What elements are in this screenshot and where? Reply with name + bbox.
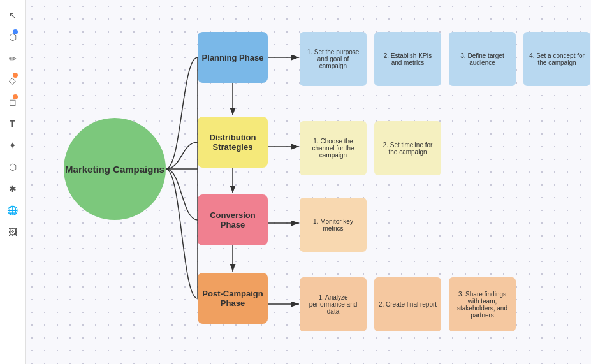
dot-blue [13, 29, 18, 34]
postcampaign-card-2[interactable]: 2. Create final report [374, 277, 441, 331]
planning-card-4[interactable]: 4. Set a concept for the campaign [523, 32, 590, 86]
conversion-card-1-label: 1. Monitor key metrics [303, 218, 363, 232]
distribution-card-1-label: 1. Choose the channel for the campaign [303, 138, 363, 159]
planning-card-2-label: 2. Establish KPIs and metrics [378, 52, 437, 66]
distribution-card-2[interactable]: 2. Set timeline for the campaign [374, 121, 441, 175]
phase-postcampaign[interactable]: Post-Campaign Phase [198, 273, 268, 324]
phase-distribution-label: Distribution Strategies [198, 133, 268, 152]
postcampaign-card-3[interactable]: 3. Share findings with team, stakeholder… [449, 277, 516, 331]
phase-postcampaign-label: Post-Campaign Phase [198, 289, 268, 308]
dot-orange-1 [13, 73, 18, 78]
globe-icon[interactable]: 🌐 [4, 201, 22, 219]
phase-planning[interactable]: Planning Phase [198, 32, 268, 83]
phase-distribution[interactable]: Distribution Strategies [198, 117, 268, 168]
network-icon[interactable]: ⬡ [4, 158, 22, 176]
postcampaign-card-1[interactable]: 1. Analyze performance and data [300, 277, 367, 331]
distribution-card-1[interactable]: 1. Choose the channel for the campaign [300, 121, 367, 175]
planning-card-1[interactable]: 1. Set the purpose and goal of campaign [300, 32, 367, 86]
pen-icon[interactable]: ✏ [4, 50, 22, 68]
postcampaign-card-2-label: 2. Create final report [379, 301, 437, 308]
image-icon[interactable]: 🖼 [4, 223, 22, 241]
phase-conversion[interactable]: Conversion Phase [198, 194, 268, 245]
star-icon[interactable]: ✦ [4, 136, 22, 154]
postcampaign-card-3-label: 3. Share findings with team, stakeholder… [453, 291, 512, 319]
planning-card-1-label: 1. Set the purpose and goal of campaign [303, 48, 363, 69]
distribution-card-2-label: 2. Set timeline for the campaign [378, 142, 437, 156]
center-node-label: Marketing Campaigns [65, 164, 164, 175]
planning-card-4-label: 4. Set a concept for the campaign [527, 52, 587, 66]
settings-icon[interactable]: ✱ [4, 180, 22, 198]
cursor-icon[interactable]: ↖ [4, 6, 22, 24]
phase-planning-label: Planning Phase [202, 53, 264, 62]
postcampaign-card-1-label: 1. Analyze performance and data [303, 294, 363, 315]
planning-card-2[interactable]: 2. Establish KPIs and metrics [374, 32, 441, 86]
phase-conversion-label: Conversion Phase [198, 210, 268, 229]
center-node: Marketing Campaigns [64, 118, 166, 220]
planning-card-3[interactable]: 3. Define target audience [449, 32, 516, 86]
text-icon[interactable]: T [4, 115, 22, 133]
dot-orange-2 [13, 94, 18, 99]
conversion-card-1[interactable]: 1. Monitor key metrics [300, 198, 367, 252]
canvas: Marketing Campaigns Planning Phase Distr… [26, 0, 591, 364]
planning-card-3-label: 3. Define target audience [453, 52, 512, 66]
sidebar: ↖ ⬡ ✏ ◇ ◻ T ✦ ⬡ ✱ 🌐 🖼 [0, 0, 26, 364]
